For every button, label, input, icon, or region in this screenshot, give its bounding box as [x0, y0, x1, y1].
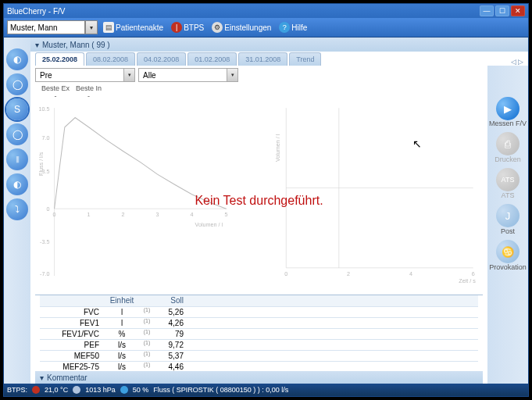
- svg-text:6: 6: [472, 271, 475, 277]
- tab-scroll-right[interactable]: ▷: [518, 58, 523, 66]
- best-ex-value: -: [55, 92, 57, 100]
- table-row: FVCl(1)5,26: [40, 306, 478, 317]
- status-temp: 21,0 °C: [45, 386, 68, 394]
- svg-text:2: 2: [347, 271, 350, 277]
- tab-date-1[interactable]: 25.02.2008: [35, 52, 84, 66]
- svg-text:Zeit / s: Zeit / s: [459, 278, 476, 284]
- thermometer-icon: [32, 386, 40, 394]
- tab-date-3[interactable]: 04.02.2008: [137, 52, 186, 66]
- kommentar-label: Kommentar: [47, 373, 87, 382]
- patientenakte-button[interactable]: ▤ Patientenakte: [101, 22, 166, 33]
- svg-text:0: 0: [53, 212, 56, 218]
- window-title: BlueCherry - F/V: [7, 7, 478, 16]
- pressure-icon: [73, 386, 80, 394]
- no-test-message: Kein Test durchgeführt.: [35, 194, 483, 208]
- table-row: PEFl/s(1)9,72: [40, 339, 478, 350]
- tab-date-5[interactable]: 31.01.2008: [238, 52, 287, 66]
- svg-text:Volumen / l: Volumen / l: [195, 222, 223, 228]
- help-icon: ?: [279, 22, 290, 33]
- close-button[interactable]: ✕: [511, 5, 525, 16]
- tab-date-4[interactable]: 01.02.2008: [187, 52, 237, 66]
- help-button[interactable]: ? Hilfe: [277, 22, 309, 33]
- results-table: Einheit Soll FVCl(1)5,26FEV1l(1)4,26FEV1…: [40, 295, 478, 371]
- print-icon: ⎙: [496, 132, 520, 155]
- svg-text:7.0: 7.0: [41, 135, 49, 141]
- patient-select-arrow[interactable]: ▾: [85, 20, 98, 34]
- all-select[interactable]: Alle: [138, 68, 227, 82]
- tab-scroll-left[interactable]: ◁: [511, 58, 516, 66]
- table-row: FEV1l(1)4,26: [40, 317, 478, 328]
- btps-label: BTPS: [184, 23, 204, 32]
- nav-btn-7[interactable]: ⤵: [6, 198, 28, 220]
- ats-icon: ATS: [496, 168, 520, 191]
- thermometer-icon: |: [171, 22, 182, 33]
- btps-button[interactable]: | BTPS: [169, 22, 206, 33]
- play-icon: ▶: [496, 97, 520, 120]
- maximize-button[interactable]: ☐: [495, 5, 509, 16]
- svg-text:4: 4: [409, 271, 412, 277]
- table-row: MEF50l/s(1)5,37: [40, 350, 478, 361]
- status-humid: 50 %: [133, 386, 149, 394]
- svg-text:Volumen / l: Volumen / l: [275, 134, 281, 162]
- tab-date-2[interactable]: 08.02.2008: [86, 52, 135, 66]
- svg-text:0: 0: [284, 271, 287, 277]
- svg-text:-3.5: -3.5: [40, 239, 49, 245]
- nav-btn-6[interactable]: ◐: [6, 173, 28, 195]
- nav-btn-4[interactable]: ◯: [6, 123, 28, 145]
- humidity-icon: [120, 386, 128, 394]
- post-button[interactable]: J Post: [496, 204, 520, 235]
- post-icon: J: [496, 204, 520, 227]
- chevron-down-icon[interactable]: ▾: [40, 373, 44, 382]
- svg-text:2: 2: [122, 212, 125, 218]
- chart-area: 10.5 7.0 3.5 0 -3.5 -7.0 0 1 2 3 4: [35, 100, 483, 295]
- table-row: FEV1/FVC%(1)79: [40, 328, 478, 339]
- best-in-value: -: [87, 92, 90, 100]
- svg-text:Fluss / l/s: Fluss / l/s: [38, 152, 45, 176]
- settings-button[interactable]: ⚙ Einstellungen: [209, 22, 273, 33]
- chevron-down-icon[interactable]: ▾: [35, 41, 39, 49]
- status-press: 1013 hPa: [85, 386, 116, 394]
- col-param: [40, 295, 104, 306]
- provokation-button[interactable]: ♋ Provokation: [489, 240, 527, 271]
- patient-name: Muster, Mann ( 99 ): [42, 41, 110, 49]
- nav-btn-5[interactable]: ⦀: [6, 148, 28, 170]
- svg-text:5: 5: [225, 212, 228, 218]
- nav-btn-1[interactable]: ◐: [6, 48, 28, 70]
- patientenakte-label: Patientenakte: [116, 23, 163, 32]
- ats-button[interactable]: ATS ATS: [496, 168, 520, 199]
- nav-btn-2[interactable]: ◯: [6, 73, 28, 95]
- provokation-icon: ♋: [496, 240, 520, 263]
- best-in-label: Beste In: [76, 84, 102, 92]
- pre-post-select[interactable]: Pre: [35, 68, 124, 82]
- best-ex-label: Beste Ex: [41, 84, 70, 92]
- drucken-button[interactable]: ⎙ Drucken: [495, 132, 521, 163]
- nav-btn-3[interactable]: S: [6, 98, 28, 120]
- tab-trend[interactable]: Trend: [289, 52, 321, 66]
- svg-text:3: 3: [156, 212, 159, 218]
- svg-text:-7.0: -7.0: [40, 271, 49, 277]
- table-row: MEF25-75l/s(1)4,46: [40, 361, 478, 371]
- help-label: Hilfe: [291, 23, 307, 32]
- right-nav: ▶ Messen F/V ⎙ Drucken ATS ATS J Post: [487, 66, 528, 384]
- all-select-arrow[interactable]: ▾: [227, 68, 238, 82]
- file-icon: ▤: [103, 22, 114, 33]
- pre-post-arrow[interactable]: ▾: [124, 68, 135, 82]
- status-btps-label: BTPS:: [7, 386, 27, 394]
- status-flow: Fluss ( SPIROSTIK ( 08800150 ) ) : 0,00 …: [153, 386, 288, 394]
- svg-text:1: 1: [87, 212, 91, 218]
- patient-select-input[interactable]: [7, 20, 85, 34]
- minimize-button[interactable]: ―: [480, 5, 494, 16]
- svg-text:10.5: 10.5: [38, 106, 49, 112]
- svg-text:4: 4: [191, 212, 194, 218]
- settings-label: Einstellungen: [224, 23, 271, 32]
- col-unit: Einheit: [104, 295, 140, 306]
- left-nav: ◐ ◯ S ◯ ⦀ ◐ ⤵: [4, 38, 30, 384]
- col-soll: Soll: [154, 295, 188, 306]
- gear-icon: ⚙: [212, 22, 223, 33]
- messen-button[interactable]: ▶ Messen F/V: [489, 97, 527, 127]
